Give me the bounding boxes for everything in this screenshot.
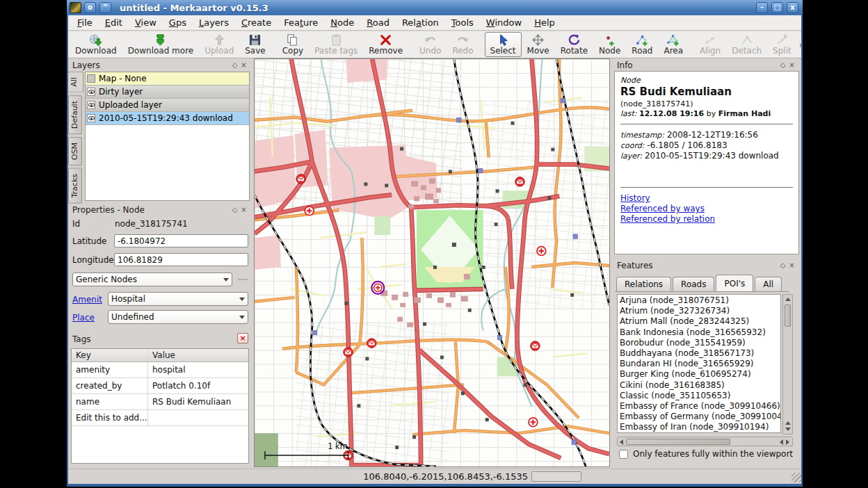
longitude-input[interactable]: [114, 253, 248, 266]
feature-list-item[interactable]: Atrium Mall (node_283244325): [620, 316, 778, 327]
info-float-icon[interactable]: ◇: [778, 61, 787, 70]
feature-list-item[interactable]: Embassy of Germany (node_30991004): [620, 412, 778, 422]
viewport-filter-checkbox[interactable]: Only features fully within the viewport: [619, 449, 793, 459]
title-bar[interactable]: o^ untitled - Merkaartor v0.15.3 –□x: [67, 0, 803, 15]
menu-file[interactable]: File: [71, 16, 99, 29]
tag-row[interactable]: created_byPotlatch 0.10f: [72, 378, 248, 394]
layer-visibility-eye-icon[interactable]: [87, 114, 95, 122]
menu-help[interactable]: Help: [528, 16, 561, 29]
tag-key[interactable]: Edit this to add...: [72, 410, 148, 425]
feature-list-item[interactable]: Bundaran HI (node_316565929): [620, 359, 778, 369]
tag-key[interactable]: created_by: [72, 378, 148, 393]
map-canvas[interactable]: 1 km: [254, 58, 610, 467]
tag-value[interactable]: hospital: [148, 362, 248, 377]
resize-grip[interactable]: [791, 473, 801, 482]
feature-list-item[interactable]: Classic (node_351105653): [620, 391, 778, 401]
tags-col-value[interactable]: Value: [148, 349, 248, 361]
road-button[interactable]: Road: [626, 32, 658, 57]
features-tab-all[interactable]: All: [755, 277, 782, 291]
titlebar-menu-button-1[interactable]: ^: [99, 2, 111, 13]
features-tab-roads[interactable]: Roads: [673, 277, 714, 291]
minimize-button[interactable]: –: [756, 2, 768, 13]
feature-list-item[interactable]: Arjuna (node_318076751): [620, 295, 778, 306]
info-close-icon[interactable]: ×: [787, 61, 796, 70]
node-type-select[interactable]: Generic Nodes: [72, 273, 232, 286]
feature-list-item[interactable]: Bank Indonesia (node_316565932): [620, 327, 778, 338]
menu-relation[interactable]: Relation: [396, 16, 445, 29]
feature-list-item[interactable]: Cikini (node_316168385): [620, 380, 778, 391]
layer-checkbox[interactable]: [87, 74, 95, 83]
layer-row[interactable]: Map - None: [86, 72, 249, 86]
layer-visibility-eye-icon[interactable]: [87, 88, 95, 96]
features-float-icon[interactable]: ◇: [778, 261, 787, 270]
layer-row[interactable]: 2010-05-15T19:29:43 download: [86, 112, 249, 125]
menu-create[interactable]: Create: [235, 16, 278, 29]
amenity-select[interactable]: Hospital: [108, 292, 248, 306]
place-link[interactable]: Place: [72, 313, 95, 323]
referenced-by-relation-link[interactable]: Referenced by relation: [620, 214, 793, 224]
select-button[interactable]: Select: [485, 32, 522, 57]
feature-list-item[interactable]: Atrium (node_327326734): [620, 306, 778, 316]
referenced-by-ways-link[interactable]: Referenced by ways: [620, 204, 793, 213]
features-hscrollbar[interactable]: [617, 437, 793, 446]
layers-float-icon[interactable]: ◇: [230, 61, 239, 70]
checkbox-box[interactable]: [619, 450, 628, 459]
area-button[interactable]: Area: [658, 32, 689, 57]
menu-layers[interactable]: Layers: [193, 16, 235, 29]
features-vscrollbar[interactable]: [782, 294, 793, 434]
remove-button[interactable]: Remove: [363, 32, 408, 57]
menu-feature[interactable]: Feature: [278, 16, 324, 29]
maximize-button[interactable]: □: [771, 2, 783, 13]
toolbar-button-label: Download: [75, 46, 117, 56]
tag-value[interactable]: RS Budi Kemuliaan: [148, 394, 248, 409]
features-tab-pois[interactable]: POI's: [716, 275, 753, 292]
layers-tab-default[interactable]: Default: [68, 95, 82, 134]
tags-col-key[interactable]: Key: [72, 349, 148, 361]
tag-key[interactable]: name: [72, 394, 148, 409]
menu-edit[interactable]: Edit: [99, 16, 129, 29]
layer-row[interactable]: Uploaded layer: [86, 99, 249, 112]
download-more-button[interactable]: Download more: [122, 32, 200, 57]
tag-row[interactable]: nameRS Budi Kemuliaan: [72, 394, 248, 410]
layers-tab-tracks[interactable]: Tracks: [68, 168, 82, 204]
rotate-button[interactable]: Rotate: [555, 32, 593, 57]
tag-row[interactable]: Edit this to add...: [72, 410, 248, 426]
redo-icon: [456, 33, 470, 47]
layer-visibility-eye-icon[interactable]: [87, 101, 95, 109]
menu-gps[interactable]: Gps: [163, 16, 193, 29]
save-button[interactable]: Save: [239, 32, 271, 57]
feature-list-item[interactable]: Embassy of Iran (node_309910194): [620, 422, 778, 432]
features-close-icon[interactable]: ×: [787, 261, 796, 270]
features-tab-relations[interactable]: Relations: [616, 277, 671, 291]
move-button[interactable]: Move: [522, 32, 555, 57]
close-button[interactable]: x: [787, 2, 798, 13]
titlebar-menu-button-0[interactable]: o: [84, 2, 96, 13]
place-select[interactable]: Undefined: [108, 310, 248, 324]
feature-list-item[interactable]: Burger King (node_610695274): [620, 369, 778, 380]
tag-row[interactable]: amenityhospital: [72, 362, 248, 378]
tag-value[interactable]: [148, 410, 248, 425]
layer-row[interactable]: Dirty layer: [86, 86, 249, 99]
menu-road[interactable]: Road: [360, 16, 396, 29]
tag-value[interactable]: Potlatch 0.10f: [148, 378, 248, 393]
layers-tab-osm[interactable]: OSM: [68, 137, 82, 165]
properties-float-icon[interactable]: ◇: [230, 206, 239, 215]
layers-close-icon[interactable]: ×: [239, 61, 248, 70]
history-link[interactable]: History: [620, 193, 793, 203]
amenity-link[interactable]: Amenit: [72, 295, 102, 304]
tags-close-button[interactable]: ×: [237, 333, 248, 343]
tag-key[interactable]: amenity: [72, 362, 148, 377]
feature-list-item[interactable]: Borobudur (node_315541959): [620, 338, 778, 348]
download-button[interactable]: Download: [70, 32, 122, 57]
layers-tab-all[interactable]: All: [68, 72, 83, 92]
latitude-input[interactable]: [114, 234, 248, 247]
feature-list-item[interactable]: Embassy of France (node_309910466): [620, 401, 778, 412]
copy-button[interactable]: Copy: [277, 32, 309, 57]
menu-tools[interactable]: Tools: [445, 16, 480, 29]
menu-view[interactable]: View: [129, 16, 163, 29]
node-button[interactable]: Node: [593, 32, 626, 57]
properties-close-icon[interactable]: ×: [239, 206, 248, 215]
menu-node[interactable]: Node: [324, 16, 360, 29]
feature-list-item[interactable]: Buddhayana (node_318567173): [620, 348, 778, 359]
menu-window[interactable]: Window: [480, 16, 528, 29]
